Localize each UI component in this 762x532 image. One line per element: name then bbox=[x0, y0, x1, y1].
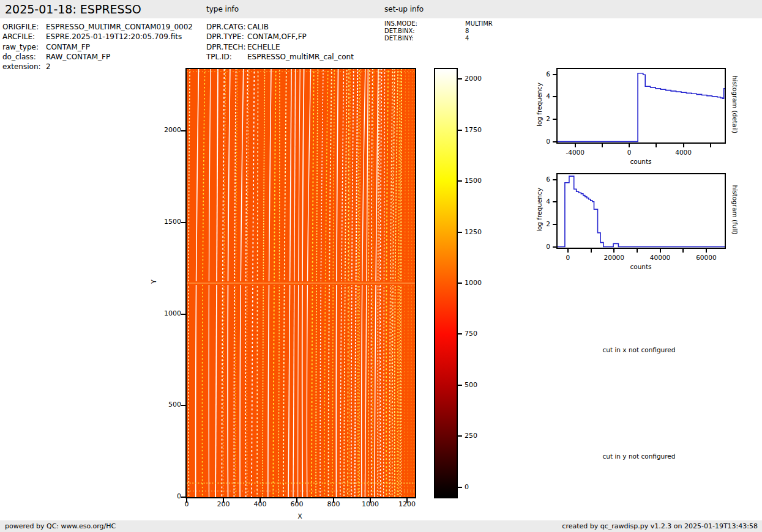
colorbar-tick bbox=[458, 180, 462, 182]
kv-row: do_class:RAW_CONTAM_FP bbox=[2, 52, 193, 62]
colorbar-tick bbox=[458, 283, 462, 284]
colorbar-tick-label: 2000 bbox=[465, 75, 495, 83]
colorbar-tick bbox=[458, 78, 462, 79]
kv-row: TPL.ID:ESPRESSO_multiMR_cal_cont bbox=[206, 52, 354, 62]
histogram-detail-x-tick bbox=[629, 144, 630, 147]
kv-row: raw_type:CONTAM_FP bbox=[2, 42, 193, 52]
raw-image-y-axis-label: Y bbox=[150, 267, 158, 297]
raw-image-x-tick-label: 200 bbox=[211, 500, 236, 508]
histogram-detail-y-tick bbox=[553, 96, 556, 97]
raw-image-y-tick bbox=[181, 497, 185, 498]
kv-row: DET.BINX:8 bbox=[384, 28, 493, 35]
colorbar-tick-label: 750 bbox=[465, 330, 495, 338]
histogram-full-x-tick-label: 60000 bbox=[690, 254, 723, 261]
kv-row: DPR.CATG:CALIB bbox=[206, 22, 354, 32]
field-label: ORIGFILE: bbox=[2, 22, 46, 32]
page-title: 2025-01-18: ESPRESSO bbox=[5, 2, 141, 16]
raw-image-x-tick-label: 0 bbox=[174, 500, 199, 508]
histogram-detail-y-label: log frequency bbox=[536, 69, 543, 140]
histogram-detail-x-label: counts bbox=[616, 158, 665, 165]
histogram-detail-x-tick-label: 0 bbox=[613, 149, 646, 156]
histogram-full-y-tick bbox=[553, 246, 556, 248]
kv-row: extension:2 bbox=[2, 62, 193, 72]
field-label: ARCFILE: bbox=[2, 32, 46, 42]
field-label: INS.MODE: bbox=[384, 20, 465, 28]
histogram-full-x-tick bbox=[591, 249, 592, 253]
footer-created-by: created by qc_rawdisp.py v1.2.3 on 2025-… bbox=[562, 520, 758, 532]
field-label: do_class: bbox=[2, 52, 46, 62]
histogram-detail-frame bbox=[556, 68, 726, 144]
histogram-full-y-tick bbox=[553, 179, 556, 180]
histogram-full-y-label: log frequency bbox=[536, 174, 543, 245]
file-info-block: ORIGFILE:ESPRESSO_MULTIMR_CONTAM019_0002… bbox=[2, 22, 193, 72]
colorbar-tick bbox=[458, 232, 462, 233]
cut-y-message: cut in y not configured bbox=[547, 453, 731, 460]
histogram-full-x-tick bbox=[637, 249, 638, 253]
field-label: extension: bbox=[2, 62, 46, 72]
histogram-full-x-tick bbox=[660, 249, 661, 253]
cut-x-message: cut in x not configured bbox=[547, 346, 731, 353]
histogram-full-x-tick bbox=[706, 249, 707, 253]
histogram-full-y-tick-label: 6 bbox=[534, 175, 550, 183]
histogram-detail-x-tick-label: -4000 bbox=[559, 149, 592, 156]
histogram-detail-x-tick bbox=[710, 144, 711, 147]
histogram-detail-y-tick bbox=[553, 74, 556, 75]
histogram-detail-y-tick-label: 4 bbox=[534, 92, 550, 100]
field-value: ECHELLE bbox=[247, 42, 280, 52]
raw-image-x-tick-label: 800 bbox=[321, 500, 346, 508]
histogram-detail-title: histogram (detail) bbox=[731, 68, 739, 141]
histogram-detail-y-tick-label: 2 bbox=[534, 115, 550, 122]
histogram-full-title: histogram (full) bbox=[731, 173, 739, 246]
histogram-detail-x-tick-label: 4000 bbox=[667, 149, 700, 156]
colorbar-tick-label: 1250 bbox=[465, 228, 495, 236]
histogram-full-frame bbox=[556, 173, 726, 249]
colorbar-tick-label: 1000 bbox=[465, 279, 495, 287]
histogram-detail-y-tick bbox=[553, 119, 556, 120]
histogram-full-y-tick bbox=[553, 201, 556, 202]
colorbar-tick-label: 1500 bbox=[465, 177, 495, 185]
raw-image-x-axis-label: X bbox=[285, 512, 315, 520]
histogram-full-x-tick bbox=[567, 249, 569, 253]
raw-image-x-tick-label: 1200 bbox=[395, 500, 419, 508]
field-value: 8 bbox=[465, 28, 469, 35]
field-label: DPR.CATG: bbox=[206, 22, 247, 32]
field-label: raw_type: bbox=[2, 42, 46, 52]
colorbar-tick bbox=[458, 130, 462, 131]
type-info-heading: type info bbox=[206, 5, 239, 13]
field-value: RAW_CONTAM_FP bbox=[46, 52, 110, 62]
histogram-detail-x-tick bbox=[656, 144, 657, 147]
raw-image-x-tick-label: 1000 bbox=[358, 500, 383, 508]
histogram-full-x-tick-label: 20000 bbox=[597, 254, 630, 261]
footer-powered-by: powered by QC: www.eso.org/HC bbox=[5, 520, 116, 532]
histogram-full-x-tick-label: 0 bbox=[551, 254, 585, 261]
colorbar-tick bbox=[458, 333, 462, 334]
raw-image-y-tick-label: 1500 bbox=[157, 218, 181, 226]
colorbar-tick-label: 500 bbox=[465, 381, 495, 389]
field-value: 4 bbox=[465, 35, 469, 42]
raw-image-x-tick-label: 600 bbox=[285, 500, 309, 508]
field-value: MULTIMR bbox=[465, 20, 493, 28]
histogram-detail-x-tick bbox=[683, 144, 684, 147]
colorbar-tick-label: 0 bbox=[465, 483, 495, 491]
field-value: 2 bbox=[46, 62, 51, 72]
kv-row: DET.BINY:4 bbox=[384, 35, 493, 42]
histogram-full-y-tick bbox=[553, 224, 556, 225]
raw-image-frame bbox=[185, 68, 416, 498]
kv-row: DPR.TECH:ECHELLE bbox=[206, 42, 354, 52]
raw-image-y-tick-label: 2000 bbox=[157, 126, 181, 134]
colorbar-tick bbox=[458, 435, 462, 437]
setup-info-block: INS.MODE:MULTIMRDET.BINX:8DET.BINY:4 bbox=[384, 20, 493, 43]
field-value: CONTAM_FP bbox=[46, 42, 90, 52]
raw-image-x-tick-label: 400 bbox=[248, 500, 272, 508]
raw-image-y-tick bbox=[181, 130, 185, 131]
histogram-full-y-tick-label: 2 bbox=[534, 220, 550, 227]
histogram-full-x-label: counts bbox=[616, 263, 665, 270]
histogram-full-y-tick-label: 0 bbox=[534, 243, 550, 250]
raw-image-y-tick bbox=[181, 222, 185, 223]
field-label: DET.BINX: bbox=[384, 28, 465, 35]
raw-image-y-tick-label: 500 bbox=[157, 401, 181, 408]
kv-row: ARCFILE:ESPRE.2025-01-19T12:20:05.709.fi… bbox=[2, 32, 193, 42]
colorbar-tick bbox=[458, 487, 462, 488]
field-value: ESPRESSO_multiMR_cal_cont bbox=[247, 52, 354, 62]
kv-row: INS.MODE:MULTIMR bbox=[384, 20, 493, 28]
